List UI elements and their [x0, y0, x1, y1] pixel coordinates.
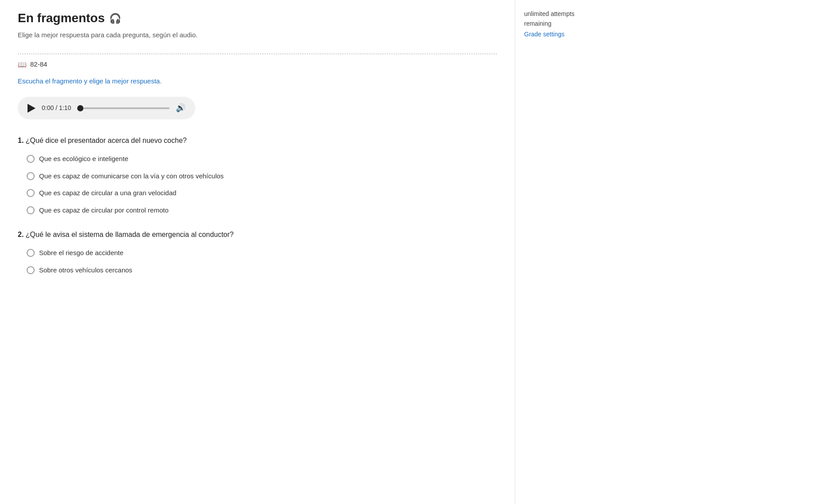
radio-1-4[interactable]	[27, 206, 35, 214]
page-subtitle: Elige la mejor respuesta para cada pregu…	[18, 30, 497, 40]
title-text: En fragmentos	[18, 9, 105, 28]
question-1-body: ¿Qué dice el presentador acerca del nuev…	[26, 137, 187, 144]
option-1-1-label: Que es ecológico e inteligente	[39, 154, 128, 164]
progress-track	[83, 107, 170, 109]
page-title: En fragmentos 🎧	[18, 9, 497, 28]
option-1-3[interactable]: Que es capaz de circular a una gran velo…	[18, 188, 497, 198]
section-label: 82-84	[30, 59, 47, 70]
option-1-4-label: Que es capaz de circular por control rem…	[39, 205, 169, 216]
radio-2-2[interactable]	[27, 266, 35, 274]
attempts-line2: remaining	[524, 20, 551, 27]
volume-icon[interactable]: 🔊	[176, 102, 186, 114]
grade-settings-link[interactable]: Grade settings	[524, 30, 604, 39]
question-1-text: 1. ¿Qué dice el presentador acerca del n…	[18, 135, 497, 146]
progress-dot	[77, 105, 83, 111]
question-2-number: 2.	[18, 231, 24, 238]
radio-1-3[interactable]	[27, 189, 35, 197]
option-1-1[interactable]: Que es ecológico e inteligente	[18, 154, 497, 164]
question-2-block: 2. ¿Qué le avisa el sistema de llamada d…	[18, 229, 497, 275]
question-2-body: ¿Qué le avisa el sistema de llamada de e…	[26, 231, 234, 238]
option-1-4[interactable]: Que es capaz de circular por control rem…	[18, 205, 497, 216]
radio-1-2[interactable]	[27, 172, 35, 180]
main-content: En fragmentos 🎧 Elige la mejor respuesta…	[0, 0, 515, 504]
radio-2-1[interactable]	[27, 249, 35, 257]
instruction-text: Escucha el fragmento y elige la mejor re…	[18, 76, 497, 87]
page-container: En fragmentos 🎧 Elige la mejor respuesta…	[0, 0, 829, 504]
option-1-3-label: Que es capaz de circular a una gran velo…	[39, 188, 176, 198]
attempts-line1: unlimited attempts	[524, 10, 575, 17]
option-2-2-label: Sobre otros vehículos cercanos	[39, 265, 132, 276]
question-1-number: 1.	[18, 137, 24, 144]
audio-player: 0:00 / 1:10 🔊	[18, 97, 195, 119]
option-1-2[interactable]: Que es capaz de comunicarse con la vía y…	[18, 171, 497, 181]
option-2-1-label: Sobre el riesgo de accidente	[39, 248, 123, 258]
section-header: 📖 82-84	[18, 54, 497, 70]
option-2-1[interactable]: Sobre el riesgo de accidente	[18, 248, 497, 258]
radio-1-1[interactable]	[27, 155, 35, 163]
question-2-text: 2. ¿Qué le avisa el sistema de llamada d…	[18, 229, 497, 240]
question-1-block: 1. ¿Qué dice el presentador acerca del n…	[18, 135, 497, 215]
option-2-2[interactable]: Sobre otros vehículos cercanos	[18, 265, 497, 276]
play-button[interactable]	[28, 104, 36, 113]
questions-container: 1. ¿Qué dice el presentador acerca del n…	[18, 135, 497, 275]
time-display: 0:00 / 1:10	[42, 103, 71, 113]
book-icon: 📖	[18, 59, 27, 70]
headphones-icon: 🎧	[109, 11, 121, 26]
sidebar: unlimited attempts remaining Grade setti…	[515, 0, 612, 504]
option-1-2-label: Que es capaz de comunicarse con la vía y…	[39, 171, 224, 181]
sidebar-attempts: unlimited attempts remaining	[524, 9, 604, 29]
progress-bar[interactable]	[77, 105, 170, 111]
